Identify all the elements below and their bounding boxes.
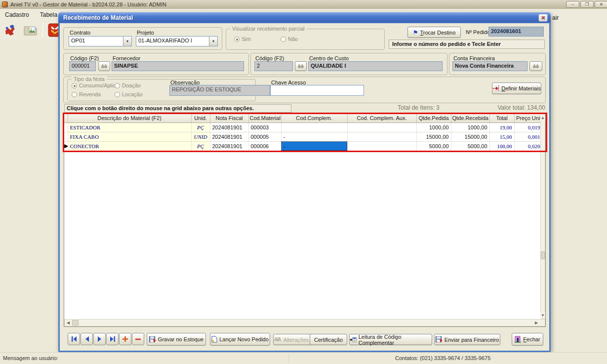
vscroll-thumb[interactable] [541,251,545,259]
grid-hscrollbar[interactable] [64,319,545,326]
cc-codigo-field[interactable]: 2 [254,61,293,71]
chevron-down-icon[interactable]: ▼ [123,37,131,46]
total-itens-label: Total de Itens: 3 [398,104,440,111]
scroll-right-icon[interactable]: ▶ [533,320,540,326]
conta-field[interactable]: Nova Conta Financeira [452,61,527,71]
grid-hint: Clique com o botão direito do mouse na g… [64,104,291,113]
col-unid[interactable]: Unid. [191,114,210,122]
cc-codigo-label: Código (F2) [255,55,284,61]
scroll-down-icon[interactable]: ▼ [540,312,545,319]
fornecedor-codigo-field[interactable]: 000001 [69,61,96,71]
close-button[interactable]: ✕ [595,1,607,8]
flag-icon: ⚑ [413,29,418,36]
col-cod-complem[interactable]: Cod.Complem. [281,114,347,122]
materials-grid[interactable]: Descrição do Material (F2) Unid. Nota Fi… [64,114,546,327]
hscroll-thumb[interactable] [72,320,79,325]
fornecedor-codigo-label: Código (F2) [70,55,99,61]
fornecedor-label: Fornecedor [113,55,140,61]
grid-vscrollbar[interactable] [540,114,545,319]
define-arrow-icon [492,85,499,92]
nav-prior-button[interactable] [81,333,93,345]
col-descricao[interactable]: Descrição do Material (F2) [68,114,191,122]
col-cod-material[interactable]: Cod.Material [248,114,281,122]
cc-field[interactable]: QUALIDADE I [308,61,443,71]
binoculars-icon [297,64,304,69]
radio-sim[interactable]: Sim [234,36,251,42]
col-qtde-pedida[interactable]: Qtde.Pedida [416,114,451,122]
selected-cell[interactable]: - [281,141,347,151]
conta-panel: Conta Financeira Nova Conta Financeira [449,53,546,75]
valor-total-label: Valor total: 134,00 [450,104,545,111]
radio-consumo[interactable]: Consumo/Aplic. [72,82,117,88]
menu-cadastro[interactable]: Cadastro [0,9,35,20]
nav-next-button[interactable] [93,333,106,345]
lancar-pedido-button[interactable]: Lançar Novo Pedido [210,333,270,346]
window-titlebar: Aniel TV v0 - Gestor de Material - b2024… [0,0,607,9]
radio-doacao[interactable]: Doação [115,82,141,88]
table-row[interactable]: FIXA CABO UNID 2024081901 000005 - 15000… [64,132,545,141]
fornecedor-search-button[interactable] [98,61,110,71]
definir-materiais-button[interactable]: Definir Materiais [492,82,541,94]
radio-icon [72,83,77,88]
contrato-projeto-panel: Contrato OP01 ▼ Projeto 01-ALMOXARIFADO … [63,27,222,50]
scroll-left-icon[interactable]: ◀ [65,320,72,326]
pedido-hint: Informe o número do pedido e Tecle Enter [389,40,545,49]
last-record-icon [110,336,116,342]
nav-last-button[interactable] [106,333,119,345]
puzzle-icon[interactable] [3,22,19,38]
nav-first-button[interactable] [68,333,80,345]
table-row-selected[interactable]: ▶ CONECTOR PÇ 2024081901 000006 - 5000,0… [64,141,545,151]
leitura-codigo-button[interactable]: Leitura de Código Complementar [349,334,432,345]
dialog-close-button[interactable]: ✕ [538,14,548,22]
nota-row-panel: Tipo da Nota Consumo/Aplic. Doação Reven… [63,77,546,103]
chave-acesso-input[interactable] [270,85,364,96]
binoculars-icon [532,64,539,69]
tipo-nota-label: Tipo da Nota [72,76,107,82]
cc-search-button[interactable] [295,61,307,71]
col-qtde-recebida[interactable]: Qtde.Recebida [451,114,489,122]
projeto-combobox[interactable]: 01-ALMOXARIFADO I ▼ [136,36,218,46]
binoculars-icon [101,64,108,69]
minimize-button[interactable]: – [566,1,579,8]
scroll-up-icon[interactable]: ▲ [540,114,545,121]
pedido-field[interactable]: 2024081601 [488,27,544,37]
status-message-label: Mensagem ao usuário: [3,355,58,361]
toolbar-separator [42,23,43,37]
projeto-label: Projeto [137,30,154,36]
fornecedor-panel: Código (F2) 000001 Fornecedor SINAPSE [63,53,249,75]
restore-button[interactable]: ❐ [580,1,594,8]
radio-locacao[interactable]: Locação [115,91,143,97]
row-indicator-icon: ▶ [64,141,68,151]
col-cod-complem-aux[interactable]: Cod. Complem. Aux. [347,114,416,122]
nav-insert-button[interactable] [119,333,131,345]
folder-image-icon[interactable] [23,22,39,38]
certificacao-button[interactable]: Certificação [310,334,347,345]
radio-icon [72,92,77,97]
dialog-recebimento: Recebimento de Material ✕ Contrato OP01 … [58,12,551,352]
radio-icon [281,37,286,42]
fechar-button[interactable]: Fechar [512,333,543,346]
centro-custo-panel: Código (F2) 2 Centro de Custo QUALIDADE … [250,53,447,75]
contrato-combobox[interactable]: OP01 ▼ [69,36,132,46]
radio-nao[interactable]: Não [281,36,298,42]
enviar-financeiro-button[interactable]: Enviar para Financeiro [434,334,500,345]
nav-delete-button[interactable] [132,333,144,345]
statusbar: Mensagem ao usuário: Contatos: (021) 333… [0,352,607,364]
screen: Aniel TV v0 - Gestor de Material - b2024… [0,0,607,364]
gravar-estoque-button[interactable]: Gravar no Estoque [147,333,206,346]
table-row[interactable]: ESTICADOR PÇ 2024081901 000003 1000,00 1… [64,122,545,132]
fornecedor-field[interactable]: SINAPSE [112,61,244,71]
chevron-down-icon[interactable]: ▼ [209,37,217,46]
col-nota-fiscal[interactable]: Nota Fiscal [210,114,248,122]
status-contacts: Contatos: (021) 3335-9674 / 3335-9675 [395,355,490,361]
dialog-titlebar: Recebimento de Material ✕ [58,12,551,23]
dialog-title: Recebimento de Material [63,14,133,21]
col-total[interactable]: Total [489,114,514,122]
conta-search-button[interactable] [529,61,542,71]
radio-revenda[interactable]: Revenda [72,91,101,97]
observacao-field[interactable]: REPOSIÇÃO DE ESTOQUE [169,85,270,96]
save-disk-icon [149,336,156,343]
grid-header-row: Descrição do Material (F2) Unid. Nota Fi… [64,114,545,122]
app-icon [2,1,8,7]
trocar-destino-button[interactable]: ⚑ Trocar Destino [407,27,461,38]
